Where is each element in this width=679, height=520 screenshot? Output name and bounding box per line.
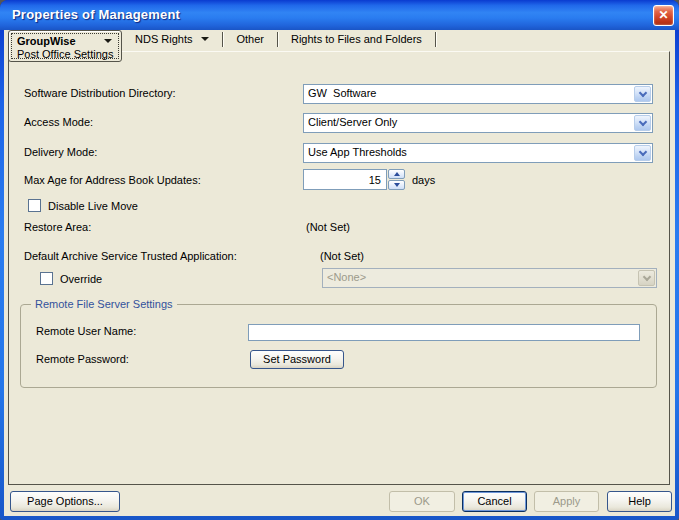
group-title: Remote File Server Settings: [31, 298, 177, 310]
arrow-up-icon: [394, 172, 400, 176]
ok-button: OK: [389, 491, 455, 512]
tab-rights-to-files-label: Rights to Files and Folders: [291, 33, 422, 45]
apply-button: Apply: [534, 491, 599, 512]
spinner-up-button[interactable]: [388, 169, 405, 179]
tab-strip: NDS Rights Other Rights to Files and Fol…: [122, 30, 436, 48]
arrow-down-icon: [394, 183, 400, 187]
tab-rights-to-files[interactable]: Rights to Files and Folders: [278, 30, 435, 48]
access-mode-value: Client/Server Only: [308, 116, 632, 130]
chevron-down-icon: [638, 117, 646, 125]
tab-separator: [435, 32, 436, 47]
delivery-mode-value: Use App Thresholds: [308, 146, 632, 160]
override-checkbox[interactable]: [40, 272, 53, 285]
tab-dropdown-icon: [201, 37, 209, 41]
chevron-down-icon: [638, 147, 646, 155]
set-password-button[interactable]: Set Password: [250, 350, 344, 369]
tab-nds-rights-label: NDS Rights: [135, 33, 192, 45]
chevron-down-icon: [642, 272, 650, 280]
dialog-body: GroupWise Post Office Settings NDS Right…: [4, 30, 675, 516]
software-distribution-directory-combobox[interactable]: GW Software: [303, 84, 653, 104]
close-button[interactable]: ✕: [653, 5, 674, 26]
titlebar[interactable]: Properties of Management ✕: [0, 0, 679, 30]
help-button[interactable]: Help: [607, 491, 672, 512]
remote-file-server-settings-group: Remote File Server Settings: [20, 304, 657, 388]
spinner-down-button[interactable]: [388, 180, 405, 190]
override-combobox: <None>: [322, 268, 657, 288]
tab-other-label: Other: [236, 33, 264, 45]
tab-groupwise-sublabel: Post Office Settings: [17, 48, 113, 61]
tab-dropdown-icon: [104, 39, 112, 43]
page-options-button[interactable]: Page Options...: [10, 491, 120, 512]
window-title: Properties of Management: [12, 7, 180, 22]
properties-window: Properties of Management ✕ GroupWise Pos…: [0, 0, 679, 520]
cancel-button[interactable]: Cancel: [462, 491, 527, 512]
delivery-mode-combobox[interactable]: Use App Thresholds: [303, 143, 653, 163]
tab-nds-rights[interactable]: NDS Rights: [122, 30, 222, 48]
close-icon: ✕: [658, 8, 668, 22]
tab-groupwise-label: GroupWise: [17, 35, 76, 47]
access-mode-combobox[interactable]: Client/Server Only: [303, 113, 653, 133]
disable-live-move-checkbox[interactable]: [28, 199, 41, 212]
max-age-stepper: [388, 169, 405, 190]
software-distribution-directory-value: GW Software: [308, 87, 632, 101]
tab-other[interactable]: Other: [223, 30, 277, 48]
override-value: <None>: [327, 271, 636, 285]
chevron-down-icon: [638, 88, 646, 96]
tab-groupwise[interactable]: GroupWise Post Office Settings: [8, 30, 122, 62]
